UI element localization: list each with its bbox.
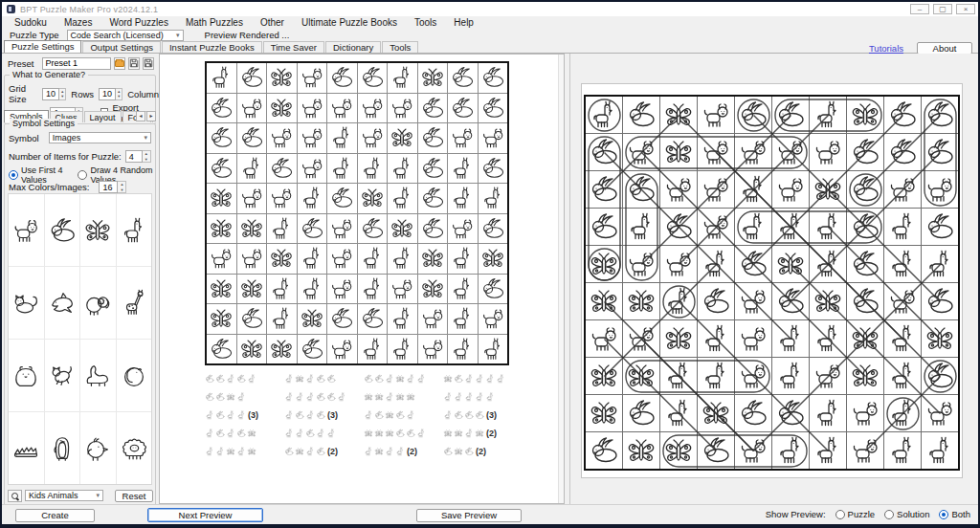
puzzle-type-select[interactable]: Code Search (Licensed) ▾ [67, 30, 184, 41]
items-count-stepper[interactable]: ▲▼ [143, 150, 151, 163]
preset-input[interactable] [42, 57, 111, 70]
llama-image [775, 361, 806, 391]
butterfly-image [269, 246, 294, 271]
save-preset-as-button[interactable] [143, 57, 154, 70]
tab-scroll-right-icon[interactable]: ▸ [146, 111, 156, 121]
grid-cell-llama [388, 244, 417, 274]
minimize-icon[interactable]: – [910, 4, 929, 14]
value-cell-otter[interactable] [117, 340, 152, 411]
open-preset-button[interactable] [114, 57, 125, 70]
max-colors-input[interactable]: 16 [99, 181, 118, 193]
max-colors-stepper[interactable]: ▲▼ [118, 181, 126, 193]
grid-cell-dog [327, 214, 357, 244]
menu-item-other[interactable]: Other [252, 16, 293, 29]
tab-instant-puzzle-books[interactable]: Instant Puzzle Books [162, 41, 262, 53]
menu-item-mazes[interactable]: Mazes [56, 16, 100, 29]
rabbit-image [626, 174, 657, 205]
rows-stepper[interactable]: ▲▼ [59, 88, 66, 100]
tab-tools[interactable]: Tools [382, 41, 418, 53]
tab-time-saver[interactable]: Time Saver [263, 41, 324, 53]
tab-output-settings[interactable]: Output Settings [82, 41, 160, 53]
butterfly-image [390, 125, 414, 150]
settings-tab-layout[interactable]: Layout [84, 111, 122, 122]
image-set-select[interactable]: Kids Animals ▾ [25, 490, 103, 501]
butterfly-image [420, 65, 445, 90]
title-bar[interactable]: BPT Puzzle Maker Pro v2024.12.1 – ▢ × [2, 2, 978, 16]
value-cell-cat[interactable] [9, 267, 44, 339]
rabbit-image [626, 398, 657, 429]
save-preview-button[interactable]: Save Preview [416, 509, 522, 522]
grid-cell-dog [735, 432, 771, 469]
value-cell-hamster[interactable] [9, 340, 44, 411]
rows-input[interactable]: 10 [42, 88, 59, 100]
rabbit-image [738, 99, 768, 130]
value-cell-hedgehog[interactable] [9, 412, 44, 484]
rabbit-image [480, 65, 505, 90]
tab-puzzle-settings[interactable]: Puzzle Settings [4, 40, 81, 53]
create-button[interactable]: Create [15, 509, 95, 522]
next-preview-button[interactable]: Next Preview [147, 508, 263, 522]
grid-cell-rabbit [358, 63, 388, 93]
grid-cell-rabbit [479, 94, 508, 123]
value-cell-dog[interactable] [9, 194, 44, 266]
value-cell-llama[interactable] [117, 194, 152, 266]
grid-cell-llama [298, 275, 327, 304]
columns-stepper[interactable]: ▲▼ [116, 88, 122, 100]
show-preview-puzzle[interactable]: Puzzle [835, 509, 876, 519]
value-cell-penguin[interactable] [45, 412, 80, 484]
rabbit-image [420, 156, 445, 181]
clue-row [364, 410, 431, 420]
value-cell-butterfly[interactable] [80, 194, 116, 266]
menu-item-word-puzzles[interactable]: Word Puzzles [100, 16, 177, 29]
llama-image [443, 410, 453, 420]
reset-button[interactable]: Reset [115, 490, 153, 502]
columns-input[interactable]: 10 [99, 88, 116, 100]
value-cell-rabbit[interactable] [45, 194, 80, 266]
value-cell-elephant[interactable] [80, 267, 116, 339]
value-cell-giraffe[interactable] [117, 267, 152, 339]
symbol-select[interactable]: Images ▾ [49, 132, 151, 143]
grid-cell-dog [772, 171, 809, 208]
menu-item-help[interactable]: Help [445, 16, 482, 29]
llama-image [663, 398, 694, 429]
value-cell-sheep[interactable] [117, 412, 152, 484]
rabbit-image [454, 374, 463, 384]
tab-scroll-left-icon[interactable]: ◂ [136, 111, 145, 121]
dog-image [329, 216, 354, 241]
butterfly-image [269, 96, 294, 121]
grid-cell-butterfly [207, 214, 236, 244]
save-preset-button[interactable] [128, 57, 140, 70]
value-cell-chick[interactable] [80, 412, 116, 484]
dog-image [480, 306, 505, 331]
value-cell-dinosaur[interactable] [80, 340, 116, 411]
max-colors-label: Max Colors/Images: [9, 182, 89, 192]
maximize-icon[interactable]: ▢ [933, 4, 952, 14]
dog-image [329, 276, 354, 301]
butterfly-image [295, 447, 304, 456]
show-preview-solution[interactable]: Solution [884, 509, 929, 519]
value-cell-kitten[interactable] [45, 340, 80, 411]
close-icon[interactable]: × [956, 4, 975, 14]
value-cell-dolphin[interactable] [45, 267, 80, 339]
menu-item-tools[interactable]: Tools [406, 16, 445, 29]
grid-cell-dog [388, 94, 417, 123]
show-preview-label-solution: Solution [897, 509, 929, 519]
rabbit-image [364, 374, 373, 384]
preview-scrollbar[interactable] [558, 55, 564, 503]
rabbit-image [775, 99, 806, 130]
menu-item-ultimate-puzzle-books[interactable]: Ultimate Puzzle Books [293, 16, 406, 29]
rabbit-image [329, 65, 354, 90]
show-preview-both[interactable]: Both [939, 509, 970, 519]
tutorials-link[interactable]: Tutorials [869, 43, 903, 54]
menu-item-sudoku[interactable]: Sudoku [6, 16, 56, 29]
clue-row: (2) [443, 447, 510, 456]
grid-cell-rabbit [847, 246, 883, 282]
rabbit-image [239, 306, 264, 331]
search-icon[interactable] [8, 490, 22, 502]
rabbit-image [295, 410, 304, 420]
menu-item-math-puzzles[interactable]: Math Puzzles [177, 16, 252, 29]
grid-cell-llama [772, 320, 809, 357]
tab-dictionary[interactable]: Dictionary [325, 41, 381, 53]
grid-cell-butterfly [847, 320, 883, 357]
items-count-input[interactable]: 4 [125, 150, 143, 163]
